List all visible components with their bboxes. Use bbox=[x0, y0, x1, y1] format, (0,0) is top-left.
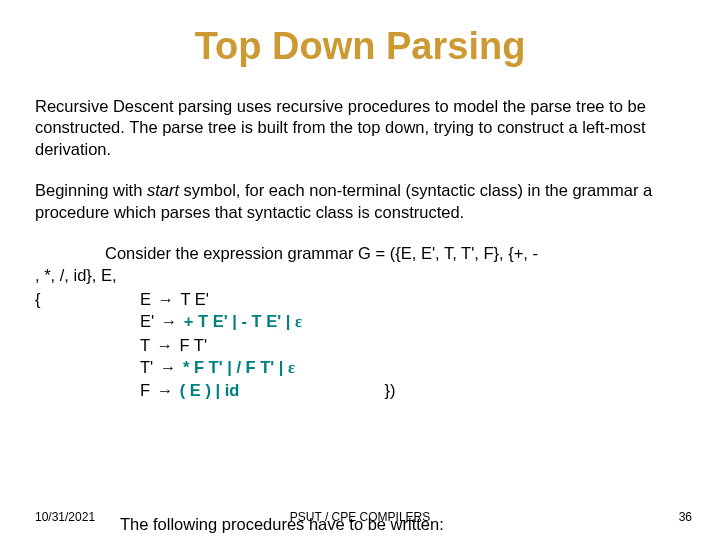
footer-page-number: 36 bbox=[679, 510, 692, 524]
slide-title: Top Down Parsing bbox=[35, 25, 685, 68]
grammar-rules: { E → T E' E' → + T E' | - T E' | ε T → … bbox=[35, 288, 685, 401]
rule-row-3: T' → * F T' | / F T' | ε bbox=[35, 356, 685, 379]
grammar-intro-line2: , *, /, id}, E, bbox=[35, 265, 685, 286]
rule-row-2: T → F T' bbox=[35, 334, 685, 356]
rule-row-0: { E → T E' bbox=[35, 288, 685, 310]
grammar-intro-line1: Consider the expression grammar G = ({E,… bbox=[35, 243, 538, 264]
rule-3: T' → * F T' | / F T' | ε bbox=[140, 358, 295, 376]
slide-footer: 10/31/2021 PSUT / CPE COMPILERS 36 bbox=[0, 510, 720, 530]
paragraph-1: Recursive Descent parsing uses recursive… bbox=[35, 96, 685, 160]
rule-1: E' → + T E' | - T E' | ε bbox=[140, 312, 302, 330]
rule-row-1: E' → + T E' | - T E' | ε bbox=[35, 310, 685, 333]
rule-2: T → F T' bbox=[140, 336, 207, 354]
footer-center: PSUT / CPE COMPILERS bbox=[290, 510, 430, 524]
para2-a: Beginning with bbox=[35, 181, 147, 199]
open-brace: { bbox=[35, 288, 140, 310]
paragraph-2: Beginning with start symbol, for each no… bbox=[35, 180, 685, 223]
para2-start-word: start bbox=[147, 181, 179, 199]
rule-4: F → ( E ) | id}) bbox=[140, 381, 395, 399]
rule-0: E → T E' bbox=[140, 288, 209, 310]
slide: Top Down Parsing Recursive Descent parsi… bbox=[0, 0, 720, 540]
footer-date: 10/31/2021 bbox=[35, 510, 95, 524]
grammar-intro: Consider the expression grammar G = ({E,… bbox=[35, 243, 685, 286]
rule-row-4: F → ( E ) | id}) bbox=[35, 379, 685, 401]
